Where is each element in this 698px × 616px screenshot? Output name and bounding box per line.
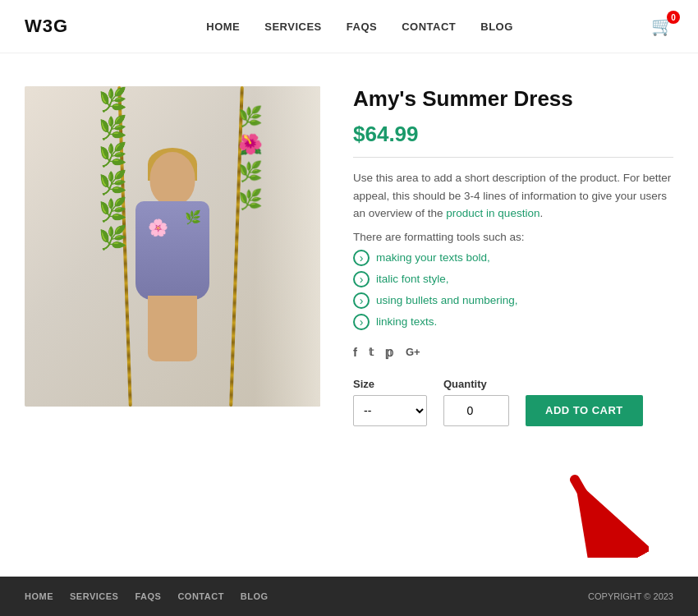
- product-image: 🌿🌿🌿🌿🌿🌿 🌿🌺🌿🌿: [25, 86, 320, 407]
- feature-list: making your texts bold, italic font styl…: [353, 250, 673, 330]
- feature-text-4: linking texts.: [376, 315, 437, 328]
- features-intro: There are formatting tools such as:: [353, 231, 673, 243]
- footer-nav-contact[interactable]: CONTACT: [177, 591, 223, 601]
- nav-faqs[interactable]: FAQS: [347, 21, 377, 33]
- arrow-annotation: [0, 459, 698, 558]
- product-controls: Size -- XS S M L XL Quantity ADD TO CART: [353, 378, 673, 426]
- person-head: [150, 152, 195, 205]
- main-nav: HOME SERVICES FAQS CONTACT BLOG: [206, 21, 513, 33]
- quantity-label: Quantity: [443, 378, 509, 390]
- person-legs: [148, 296, 197, 361]
- curtain: [255, 86, 320, 407]
- header: W3G HOME SERVICES FAQS CONTACT BLOG 🛒 0: [0, 0, 698, 53]
- size-label: Size: [353, 378, 427, 390]
- feature-item-1: making your texts bold,: [353, 250, 673, 266]
- cart-badge: 0: [667, 11, 680, 24]
- footer-copyright: COPYRIGHT © 2023: [588, 591, 673, 601]
- add-to-cart-button[interactable]: ADD TO CART: [526, 395, 643, 426]
- product-description: Use this area to add a short description…: [353, 169, 673, 223]
- google-plus-icon[interactable]: G+: [406, 346, 420, 358]
- product-title: Amy's Summer Dress: [353, 86, 673, 112]
- person-figure: [107, 152, 238, 382]
- nav-services[interactable]: SERVICES: [264, 21, 322, 33]
- size-group: Size -- XS S M L XL: [353, 378, 427, 426]
- feature-item-4: linking texts.: [353, 314, 673, 330]
- pinterest-icon[interactable]: 𝕡: [385, 345, 394, 360]
- footer-nav: HOME SERVICES FAQS CONTACT BLOG: [25, 591, 269, 601]
- size-select[interactable]: -- XS S M L XL: [353, 395, 427, 426]
- feature-icon-4: [353, 314, 370, 330]
- quantity-group: Quantity: [443, 378, 509, 426]
- feature-icon-1: [353, 250, 370, 266]
- main-content: 🌿🌿🌿🌿🌿🌿 🌿🌺🌿🌿 Amy's Summer Dress $64.99: [0, 53, 698, 476]
- footer: HOME SERVICES FAQS CONTACT BLOG COPYRIGH…: [0, 577, 698, 616]
- facebook-icon[interactable]: f: [353, 345, 357, 359]
- twitter-icon[interactable]: 𝕥: [369, 346, 374, 358]
- feature-item-2: italic font style,: [353, 271, 673, 287]
- feature-icon-2: [353, 271, 370, 287]
- footer-nav-blog[interactable]: BLOG: [241, 591, 269, 601]
- product-price: $64.99: [353, 122, 673, 147]
- footer-nav-services[interactable]: SERVICES: [70, 591, 118, 601]
- product-info: Amy's Summer Dress $64.99 Use this area …: [353, 86, 673, 426]
- footer-nav-faqs[interactable]: FAQS: [135, 591, 161, 601]
- quantity-input[interactable]: [443, 395, 509, 426]
- nav-home[interactable]: HOME: [206, 21, 240, 33]
- nav-contact[interactable]: CONTACT: [402, 21, 456, 33]
- social-icons: f 𝕥 𝕡 G+: [353, 345, 673, 360]
- feature-text-3: using bullets and numbering,: [376, 294, 518, 306]
- nav-blog[interactable]: BLOG: [480, 21, 513, 33]
- logo: W3G: [25, 16, 68, 37]
- feature-text-1: making your texts bold,: [376, 251, 490, 264]
- product-link[interactable]: product in question: [446, 207, 540, 219]
- feature-icon-3: [353, 292, 370, 309]
- feature-text-2: italic font style,: [376, 273, 449, 285]
- cart-icon-wrap[interactable]: 🛒 0: [651, 16, 673, 37]
- person-body: [135, 201, 209, 300]
- product-divider: [353, 157, 673, 158]
- footer-nav-home[interactable]: HOME: [25, 591, 53, 601]
- arrow-svg: [550, 459, 649, 558]
- feature-item-3: using bullets and numbering,: [353, 292, 673, 309]
